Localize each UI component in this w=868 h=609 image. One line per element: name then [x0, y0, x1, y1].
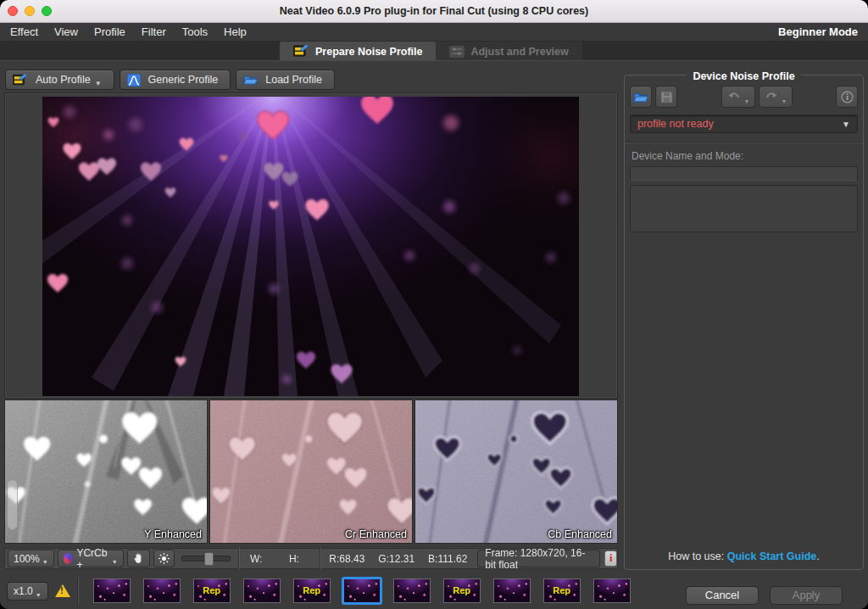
- beginner-mode-label: Beginner Mode: [778, 25, 858, 38]
- colorspace-dropdown-caret: ▼: [112, 559, 118, 565]
- source-frame-image[interactable]: [42, 97, 579, 396]
- undo-dropdown-caret: ▼: [744, 98, 750, 104]
- cr-channel-label: Cr Enhanced: [345, 528, 407, 540]
- tab-bar: Prepare Noise Profile Adjust and Preview: [0, 42, 868, 61]
- minimize-window-button[interactable]: [25, 6, 35, 16]
- quick-start-guide-link[interactable]: Quick Start Guide: [727, 550, 817, 562]
- redo-button[interactable]: ▼: [759, 86, 793, 108]
- redo-dropdown-caret: ▼: [782, 98, 787, 104]
- menu-profile[interactable]: Profile: [94, 25, 125, 38]
- status-separator: [238, 548, 239, 569]
- menu-effect[interactable]: Effect: [10, 25, 38, 38]
- colorspace-icon: [64, 553, 73, 564]
- howto-suffix: .: [816, 550, 819, 562]
- frame-thumbnail[interactable]: [593, 578, 631, 603]
- frame-info-icon[interactable]: i: [604, 550, 617, 567]
- height-readout: H:: [281, 553, 317, 565]
- frame-thumbnail[interactable]: Rep: [193, 578, 231, 603]
- traffic-lights: [8, 6, 52, 16]
- device-name-input[interactable]: [630, 166, 858, 181]
- load-profile-folder-icon: [243, 74, 258, 86]
- save-icon: [660, 91, 673, 103]
- zoom-level-dropdown[interactable]: 100% ▼: [8, 550, 54, 567]
- close-window-button[interactable]: [8, 6, 18, 16]
- resize-grip[interactable]: [855, 596, 865, 606]
- zoom-window-button[interactable]: [42, 6, 52, 16]
- frame-thumbnail[interactable]: [243, 578, 281, 603]
- tab-prepare-label: Prepare Noise Profile: [315, 46, 422, 58]
- profile-icon-row: ▼ ▼: [630, 86, 858, 108]
- adjust-preview-icon: [449, 46, 465, 58]
- device-details-box[interactable]: [630, 185, 858, 232]
- brightness-tool-button[interactable]: [153, 550, 175, 567]
- generic-profile-button[interactable]: Generic Profile: [120, 70, 231, 90]
- filmstrip-divider: [77, 578, 78, 605]
- warning-icon[interactable]: [55, 584, 70, 597]
- playback-speed-dropdown[interactable]: x1.0 ▼: [7, 582, 48, 601]
- profile-status-caret: ▼: [842, 120, 850, 129]
- device-name-label: Device Name and Mode:: [632, 150, 856, 162]
- open-profile-button[interactable]: [630, 86, 652, 108]
- colorspace-dropdown[interactable]: YCrCb + ▼: [58, 550, 124, 567]
- auto-profile-icon: [13, 74, 28, 87]
- preview-viewport[interactable]: [4, 92, 618, 399]
- rep-badge: Rep: [444, 585, 480, 595]
- frame-thumbnail-selected[interactable]: [342, 577, 382, 605]
- cr-channel-panel[interactable]: Cr Enhanced: [209, 399, 413, 544]
- profile-status-dropdown[interactable]: profile not ready ▼: [630, 115, 858, 133]
- menu-filter[interactable]: Filter: [142, 25, 166, 38]
- width-readout: W:: [242, 553, 281, 565]
- dialog-actions: Cancel Apply: [686, 586, 843, 605]
- hand-icon: [133, 553, 144, 565]
- colorspace-value: YCrCb +: [76, 547, 108, 571]
- undo-icon: [727, 92, 741, 102]
- auto-profile-label: Auto Profile: [36, 74, 91, 86]
- frame-thumbnail[interactable]: Rep: [443, 578, 481, 603]
- undo-button[interactable]: ▼: [721, 86, 755, 108]
- cb-channel-panel[interactable]: Cb Enhanced: [415, 399, 618, 544]
- tab-prepare-noise-profile[interactable]: Prepare Noise Profile: [280, 42, 436, 61]
- right-panel: Device Noise Profile: [620, 61, 868, 573]
- brightness-slider-knob[interactable]: [204, 552, 214, 566]
- blue-value: B:111.62: [421, 553, 474, 565]
- menu-help[interactable]: Help: [224, 25, 247, 38]
- frame-thumbnail[interactable]: [393, 578, 431, 603]
- pan-tool-button[interactable]: [127, 550, 150, 567]
- zoom-dropdown-caret: ▼: [42, 559, 48, 565]
- profile-toolbar: Auto Profile ▼ Generic Profile Load Prof…: [5, 70, 335, 90]
- cancel-button[interactable]: Cancel: [686, 586, 759, 605]
- frame-thumbnail[interactable]: [143, 578, 181, 603]
- title-bar: Neat Video 6.0.9 Pro plug-in for Final C…: [0, 0, 868, 23]
- save-profile-button[interactable]: [655, 86, 677, 108]
- device-noise-profile-title: Device Noise Profile: [687, 70, 800, 82]
- green-value: G:12.31: [371, 553, 421, 565]
- auto-profile-button[interactable]: Auto Profile ▼: [5, 70, 114, 90]
- frame-thumbnail[interactable]: Rep: [293, 578, 331, 603]
- rep-badge: Rep: [294, 585, 330, 595]
- status-separator-2: [320, 548, 320, 569]
- menu-tools[interactable]: Tools: [182, 25, 208, 38]
- generic-profile-icon: [127, 74, 141, 87]
- menu-bar: Effect View Profile Filter Tools Help Be…: [0, 23, 868, 42]
- load-profile-button[interactable]: Load Profile: [236, 70, 335, 90]
- y-channel-panel[interactable]: Y Enhanced: [4, 399, 208, 544]
- red-value: R:68.43: [322, 553, 371, 565]
- tab-adjust-label: Adjust and Preview: [470, 46, 568, 58]
- rep-badge: Rep: [194, 585, 230, 595]
- generic-profile-label: Generic Profile: [148, 74, 219, 86]
- profile-info-button[interactable]: [836, 86, 858, 108]
- speed-dropdown-caret: ▼: [36, 592, 42, 598]
- frame-thumbnail[interactable]: [93, 578, 131, 603]
- info-icon: [841, 91, 854, 103]
- y-panel-scrollbar[interactable]: [7, 479, 18, 530]
- howto-prefix: How to use:: [668, 550, 726, 562]
- frame-thumbnail[interactable]: Rep: [543, 578, 581, 603]
- folder-open-icon: [633, 91, 648, 103]
- menu-view[interactable]: View: [54, 25, 78, 38]
- profile-status-text: profile not ready: [637, 118, 842, 130]
- redo-icon: [765, 92, 778, 102]
- apply-button[interactable]: Apply: [770, 586, 843, 605]
- tab-adjust-and-preview[interactable]: Adjust and Preview: [436, 42, 581, 61]
- frame-thumbnail[interactable]: [493, 578, 531, 603]
- brightness-slider[interactable]: [181, 556, 231, 562]
